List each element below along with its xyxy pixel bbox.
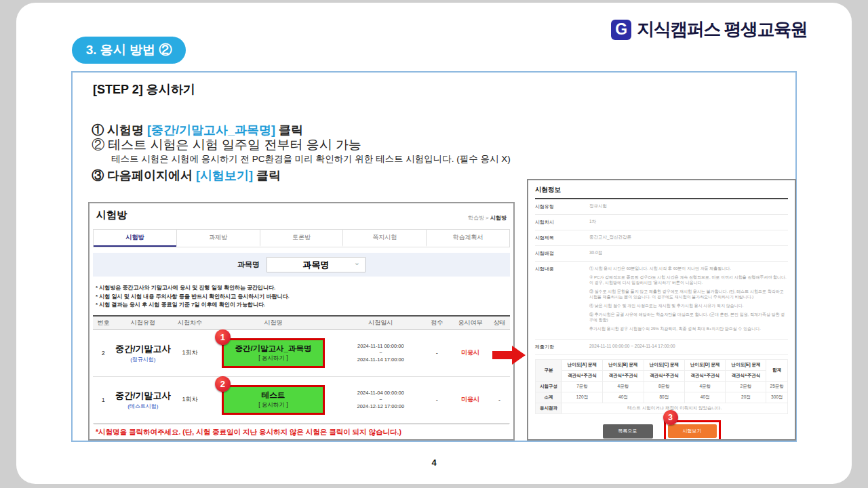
- breadcrumb-current: 시험방: [490, 215, 507, 221]
- exam-info-title: 시험정보: [535, 186, 788, 199]
- instruction-3-post: 클릭: [253, 169, 281, 182]
- row-status: -: [489, 396, 510, 403]
- tab-study-plan[interactable]: 학습계획서: [426, 230, 509, 247]
- col-exam-type: 시험유형: [114, 319, 172, 327]
- instruction-1-post: 클릭: [275, 123, 303, 137]
- take-exam-button[interactable]: 시험보기: [668, 424, 717, 438]
- tab-discussion-room[interactable]: 토론방: [260, 230, 343, 247]
- instruction-1: ① 시험명 [중간/기말고사_과목명] 클릭: [92, 123, 511, 138]
- instruction-1-number: ①: [92, 123, 104, 137]
- info-row-exam-type: 시험유형 정규시험: [535, 199, 788, 215]
- row-exam-round: 1회차: [172, 395, 208, 404]
- score-col-c: 난이도[C] 문제: [644, 360, 684, 371]
- exam-room-notes: * 시험방은 중간고사와 기말고사에 응시 및 진행 일정 확인하는 공간입니다…: [96, 284, 507, 310]
- info-row-exam-points: 시험배점 30.0점: [535, 246, 788, 262]
- score-subheader: 객관식+주관식: [561, 371, 602, 382]
- table-row: 2 중간/기말고사 (정규시험) 1회차 1 중간/기말고사_과목명 [ 응시하…: [93, 330, 510, 377]
- col-number: 번호: [93, 319, 114, 327]
- score-table: 구분 난이도[A] 문제 난이도[B] 문제 난이도[C] 문제 난이도[D] …: [535, 359, 788, 414]
- col-status: 상태: [489, 319, 510, 327]
- col-exam-date: 시험일시: [339, 319, 422, 327]
- score-row-result: 응시결과 테스트 시험이거나 채점이 이뤄지지 않았습니다.: [536, 403, 788, 414]
- step-badge-3: 3: [663, 410, 678, 425]
- col-exam-name: 시험명: [208, 319, 339, 327]
- back-to-list-button[interactable]: 목록으로: [603, 424, 653, 439]
- row-exam-type: 중간/기말고사 (정규시험): [114, 343, 172, 363]
- row-attendance: 미응시: [452, 395, 489, 404]
- page-number: 4: [16, 458, 852, 468]
- info-row-exam-content: 시험내용 ① 시험 응시 시간은 60분입니다. 시험 시작 후 60분이 지나…: [535, 262, 788, 340]
- col-exam-round: 시험차수: [172, 319, 208, 327]
- row-exam-date: 2024-11-04 00:00:00 ~ 2024-12-12 17:00:0…: [339, 390, 422, 410]
- take-exam-highlight-box: 3 시험보기: [664, 420, 721, 441]
- course-filter-label: 과목명: [237, 260, 260, 270]
- note-line: * 시험 결과는 응시 후 시험 종료일 기준 7일 이후에 확인이 가능합니다…: [96, 301, 507, 310]
- room-tabs: 시험방 과제방 토론방 쪽지시험 학습계획서: [93, 229, 510, 247]
- score-subheader: 객관식+주관식: [603, 371, 644, 382]
- note-line: * 시험방은 중간고사와 기말고사에 응시 및 진행 일정 확인하는 공간입니다…: [96, 284, 507, 293]
- instruction-3-number: ③: [92, 169, 104, 182]
- score-row-subtotal: 소계 120점 40점 80점 40점 20점 300점: [536, 392, 788, 403]
- instruction-1-highlight: [중간/기말고사_과목명]: [147, 123, 275, 137]
- row-attendance: 미응시: [452, 348, 489, 357]
- exam-content-paragraphs: ① 시험 응시 시간은 60분입니다. 시험 시작 후 60분이 지나면 자동 …: [589, 266, 788, 335]
- exam-link-midterm-button[interactable]: 1 중간/기말고사_과목명 [ 응시하기 ]: [222, 338, 325, 368]
- instruction-3-highlight: [시험보기]: [196, 169, 253, 182]
- slide-card: G 지식캠퍼스 평생교육원 3. 응시 방법 ② [STEP 2] 응시하기 ①…: [16, 3, 852, 484]
- chevron-down-icon: ⌄: [354, 258, 360, 267]
- logo-text: 지식캠퍼스 평생교육원: [637, 18, 807, 41]
- slide: G 지식캠퍼스 평생교육원 3. 응시 방법 ② [STEP 2] 응시하기 ①…: [0, 0, 868, 488]
- exam-room-screenshot: 시험방 학습방 > 시험방 시험방 과제방 토론방 쪽지시험 학습계획서 과목명…: [88, 202, 515, 441]
- row-exam-type: 중간/기말고사 (테스트시험): [114, 390, 172, 410]
- score-col-d: 난이도[D] 문제: [685, 360, 726, 371]
- tab-quiz[interactable]: 쪽지시험: [342, 230, 426, 247]
- instruction-3: ③ 다음페이지에서 [시험보기] 클릭: [92, 168, 511, 183]
- score-subheader: 객관식+주관식: [726, 371, 766, 382]
- exam-info-buttons: 목록으로 3 시험보기: [535, 420, 788, 441]
- score-col-total: 합계: [766, 360, 788, 382]
- row-exam-date: 2024-11-11 00:00:00 ~ 2024-11-14 17:00:0…: [339, 343, 422, 363]
- instruction-1-pre: 시험명: [107, 123, 147, 137]
- col-score: 점수: [422, 319, 452, 327]
- row-exam-round: 1회차: [172, 348, 208, 357]
- score-col-b: 난이도[B] 문제: [603, 360, 644, 371]
- step-title: [STEP 2] 응시하기: [93, 81, 195, 98]
- exam-link-test-button[interactable]: 2 테스트 [ 응시하기 ]: [222, 385, 325, 415]
- row-number: 2: [93, 350, 114, 357]
- instruction-2-text: 테스트 시험은 시험 일주일 전부터 응시 가능: [108, 138, 361, 152]
- info-row-exam-session: 시험차시 1차: [535, 215, 788, 230]
- step-badge-2: 2: [215, 376, 231, 392]
- course-select-value: 과목명: [303, 259, 330, 271]
- note-line: * 시험 일시 및 시험 내용 주의사항 등을 반드시 확인하시고 응시하시기 …: [96, 293, 507, 302]
- table-row: 1 중간/기말고사 (테스트시험) 1회차 2 테스트 [ 응시하기 ]: [93, 377, 510, 424]
- breadcrumb-parent[interactable]: 학습방: [468, 215, 484, 221]
- breadcrumb: 학습방 > 시험방: [468, 214, 507, 222]
- exam-list-table: 번호 시험유형 시험차수 시험명 시험일시 점수 응시여부 상태 2 중간/기말…: [93, 315, 510, 424]
- score-subheader: 객관식+주관식: [644, 371, 684, 382]
- score-col-a: 난이도[A] 문제: [561, 360, 602, 371]
- red-arrow-icon: [492, 345, 526, 365]
- logo-g-icon: G: [611, 20, 631, 40]
- step-badge-1: 1: [215, 329, 231, 345]
- section-badge: 3. 응시 방법 ②: [72, 37, 186, 64]
- instruction-3-pre: 다음페이지에서: [107, 169, 196, 182]
- exam-room-title: 시험방: [96, 209, 127, 222]
- instructions: ① 시험명 [중간/기말고사_과목명] 클릭 ② 테스트 시험은 시험 일주일 …: [92, 123, 511, 183]
- tab-exam-room[interactable]: 시험방: [94, 230, 176, 247]
- course-select[interactable]: 과목명 ⌄: [267, 257, 366, 272]
- exam-info-screenshot: 시험정보 시험유형 정규시험 시험차시 1차 시험제목 중간고사_정신건강론 시…: [527, 179, 796, 441]
- course-filter-bar: 과목명 과목명 ⌄: [93, 253, 510, 277]
- tab-assignment-room[interactable]: 과제방: [176, 230, 260, 247]
- breadcrumb-separator: >: [484, 215, 490, 221]
- col-attendance: 응시여부: [452, 319, 489, 327]
- brand-logo: G 지식캠퍼스 평생교육원: [611, 18, 807, 41]
- info-row-exam-title: 시험제목 중간고사_정신건강론: [535, 230, 788, 246]
- exam-table-header: 번호 시험유형 시험차수 시험명 시험일시 점수 응시여부 상태: [93, 315, 510, 330]
- score-col-group: 구분: [536, 360, 562, 382]
- instruction-2: ② 테스트 시험은 시험 일주일 전부터 응시 가능: [92, 138, 511, 152]
- row-number: 1: [93, 396, 114, 403]
- score-col-e: 난이도[E] 문제: [726, 360, 766, 371]
- exam-room-header: 시험방 학습방 > 시험방: [96, 209, 507, 222]
- instruction-2-subnote: 테스트 시험은 시험에 응시하기 전 PC환경을 미리 확인하기 위한 테스트 …: [111, 152, 511, 166]
- exam-room-warning: *시험명을 클릭하여주세요. (단, 시험 종료일이 지난 응시하지 않은 시험…: [94, 424, 509, 437]
